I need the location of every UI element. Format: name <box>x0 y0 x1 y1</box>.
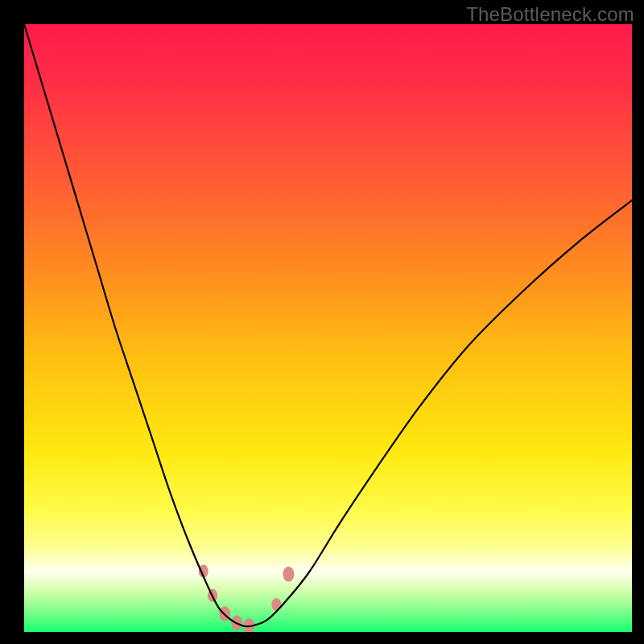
chart-frame: TheBottleneck.com <box>0 0 644 644</box>
watermark: TheBottleneck.com <box>466 3 634 26</box>
svg-rect-0 <box>24 24 632 632</box>
plot-area <box>24 24 632 632</box>
gradient-background <box>24 24 632 632</box>
